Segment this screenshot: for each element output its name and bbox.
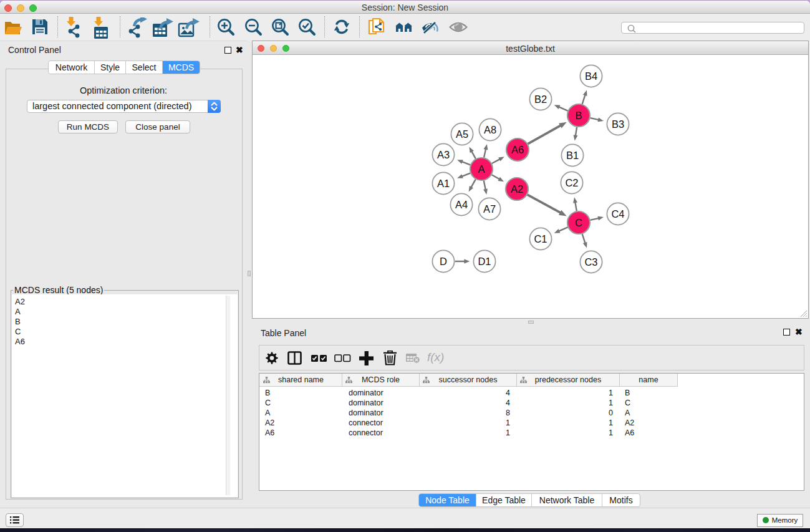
svg-text:A7: A7 (483, 203, 496, 215)
svg-text:C: C (575, 217, 582, 228)
svg-text:A5: A5 (456, 128, 468, 140)
svg-text:C3: C3 (584, 256, 597, 268)
svg-text:B2: B2 (534, 94, 547, 105)
svg-text:C1: C1 (534, 233, 547, 244)
svg-text:B4: B4 (585, 70, 597, 82)
svg-text:A: A (478, 163, 485, 175)
svg-text:C2: C2 (565, 177, 578, 188)
svg-text:A3: A3 (437, 149, 450, 160)
svg-text:B: B (575, 110, 582, 121)
svg-text:A1: A1 (437, 178, 450, 189)
svg-text:A4: A4 (455, 199, 468, 210)
svg-text:A6: A6 (511, 144, 524, 155)
svg-text:A8: A8 (484, 124, 496, 135)
svg-text:D1: D1 (478, 256, 491, 267)
svg-text:C4: C4 (611, 208, 624, 220)
svg-text:A2: A2 (511, 183, 523, 195)
svg-text:f(x): f(x) (427, 351, 444, 364)
svg-text:B1: B1 (566, 150, 579, 161)
svg-text:B3: B3 (612, 118, 624, 130)
svg-text:D: D (440, 256, 447, 267)
